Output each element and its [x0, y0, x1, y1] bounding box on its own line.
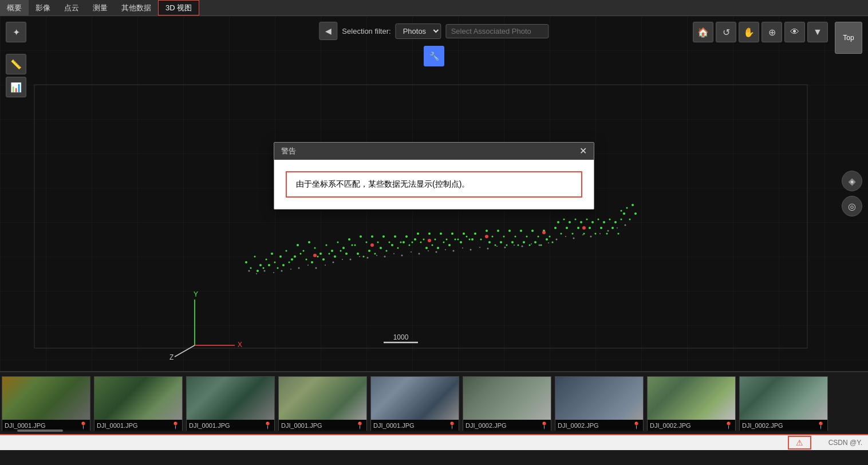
- back-button[interactable]: ◀: [319, 22, 337, 40]
- svg-point-8: [274, 262, 276, 263]
- point-cloud: [223, 204, 637, 294]
- pan-icon: ✋: [743, 27, 755, 38]
- menu-item-3dview[interactable]: 3D 视图: [158, 0, 199, 15]
- wrench-button[interactable]: 🔧: [424, 46, 444, 66]
- ruler-icon: 📏: [10, 59, 22, 70]
- svg-point-112: [577, 227, 579, 229]
- filter-button[interactable]: ▼: [807, 22, 828, 42]
- dialog-header: 警告 ✕: [274, 143, 594, 160]
- svg-point-179: [599, 233, 601, 234]
- svg-point-151: [359, 256, 360, 257]
- svg-point-152: [367, 257, 369, 259]
- svg-point-79: [448, 244, 451, 246]
- menu-item-otherdata[interactable]: 其他数据: [115, 0, 158, 15]
- svg-point-172: [539, 245, 540, 246]
- warning-icon: ⚠: [796, 438, 803, 447]
- list-item[interactable]: DJI_0002.JPG 📍: [463, 376, 551, 431]
- menu-item-overview[interactable]: 概要: [0, 0, 29, 15]
- svg-point-67: [440, 232, 442, 235]
- svg-point-9: [279, 255, 282, 258]
- svg-point-77: [437, 247, 439, 249]
- svg-point-24: [314, 247, 316, 249]
- cursor-icon: ✦: [13, 27, 20, 38]
- svg-point-55: [380, 247, 382, 249]
- dialog-body: 由于坐标系不匹配，某些数据无法显示(控制点)。: [274, 160, 594, 209]
- pin-icon: 📍: [724, 421, 733, 429]
- svg-point-61: [414, 238, 416, 241]
- chart-tool-button[interactable]: 📊: [6, 77, 26, 97]
- list-item[interactable]: DJI_0002.JPG 📍: [739, 376, 828, 431]
- svg-point-26: [326, 245, 328, 246]
- ruler-tool-button[interactable]: 📏: [6, 54, 26, 74]
- svg-point-105: [540, 245, 542, 246]
- svg-point-138: [248, 270, 250, 272]
- photo-thumbnail: [371, 377, 459, 420]
- menu-item-measure[interactable]: 测量: [86, 0, 115, 15]
- svg-point-5: [259, 264, 262, 266]
- svg-point-169: [514, 245, 515, 246]
- svg-point-181: [617, 227, 618, 228]
- globe-button[interactable]: ◎: [842, 196, 862, 216]
- layers-button[interactable]: ◈: [842, 171, 862, 191]
- scroll-bar[interactable]: [17, 429, 63, 432]
- menu-item-pointcloud[interactable]: 点云: [57, 0, 86, 15]
- list-item[interactable]: DJI_0002.JPG 📍: [647, 376, 736, 431]
- list-item[interactable]: DJI_0001.JPG 📍: [278, 376, 367, 431]
- list-item[interactable]: DJI_0001.JPG 📍: [94, 376, 183, 431]
- svg-point-124: [580, 221, 582, 223]
- svg-point-65: [428, 232, 431, 235]
- select-tool-button[interactable]: ✦: [6, 22, 26, 42]
- svg-point-34: [329, 253, 330, 255]
- svg-point-114: [589, 227, 591, 229]
- status-warning[interactable]: ⚠: [788, 436, 811, 450]
- svg-point-129: [609, 219, 611, 220]
- svg-point-145: [307, 265, 309, 266]
- associated-photo-input[interactable]: [446, 24, 549, 38]
- globe-icon: ◎: [848, 201, 856, 212]
- menu-item-image[interactable]: 影像: [29, 0, 57, 15]
- photo-filename: DJI_0001.JPG: [373, 422, 415, 429]
- list-item[interactable]: DJI_0001.JPG 📍: [186, 376, 275, 431]
- svg-point-7: [271, 253, 273, 255]
- svg-point-69: [451, 232, 453, 235]
- svg-point-164: [470, 249, 472, 251]
- svg-point-186: [485, 235, 488, 238]
- svg-text:Y: Y: [194, 290, 198, 298]
- dialog-close-button[interactable]: ✕: [579, 147, 587, 156]
- pin-icon: 📍: [171, 421, 180, 429]
- layer-buttons: ◈ ◎: [842, 171, 862, 216]
- home-button[interactable]: 🏠: [693, 22, 713, 42]
- reset-button[interactable]: ↺: [716, 22, 736, 42]
- filter-select[interactable]: Photos: [396, 23, 441, 39]
- svg-point-66: [435, 239, 436, 241]
- photo-filename: DJI_0002.JPG: [742, 422, 783, 429]
- svg-point-49: [405, 235, 408, 238]
- pan-button[interactable]: ✋: [739, 22, 759, 42]
- svg-point-159: [428, 250, 429, 251]
- svg-point-37: [345, 253, 348, 255]
- target-button[interactable]: ⊕: [762, 22, 782, 42]
- svg-point-107: [552, 242, 554, 243]
- photo-filename: DJI_0001.JPG: [281, 422, 322, 429]
- list-item[interactable]: DJI_0002.JPG 📍: [555, 376, 644, 431]
- svg-point-141: [273, 272, 274, 273]
- top-view-button[interactable]: Top: [835, 22, 862, 54]
- svg-point-115: [595, 233, 597, 235]
- svg-point-100: [511, 241, 514, 243]
- svg-point-165: [479, 247, 480, 248]
- target-icon: ⊕: [768, 27, 776, 38]
- view-button[interactable]: 👁: [784, 22, 805, 42]
- svg-point-93: [538, 236, 539, 238]
- list-item[interactable]: DJI_0001.JPG 📍: [370, 376, 459, 431]
- svg-point-170: [522, 246, 523, 247]
- svg-point-155: [393, 253, 394, 254]
- menubar: 概要 影像 点云 测量 其他数据 3D 视图: [0, 0, 868, 16]
- photo-label: DJI_0001.JPG 📍: [94, 420, 182, 431]
- svg-point-136: [632, 204, 634, 206]
- photo-filename: DJI_0001.JPG: [189, 422, 230, 429]
- list-item[interactable]: DJI_0001.JPG 📍: [2, 376, 90, 431]
- svg-point-73: [474, 232, 476, 235]
- svg-point-30: [306, 259, 307, 261]
- pin-icon: 📍: [632, 421, 641, 429]
- svg-point-122: [569, 221, 571, 223]
